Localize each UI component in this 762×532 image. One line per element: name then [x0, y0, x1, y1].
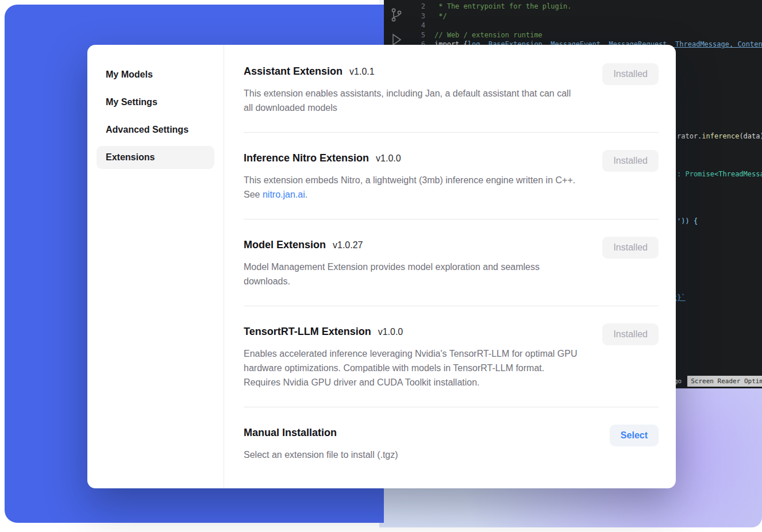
extension-version: v1.0.1 [349, 67, 375, 77]
manual-installation-title: Manual Installation [244, 425, 337, 441]
manual-installation-row: Manual Installation Select an extension … [244, 407, 659, 479]
extension-row-assistant: Assistant Extension v1.0.1 This extensio… [244, 62, 659, 132]
sidebar-item-my-settings[interactable]: My Settings [97, 91, 214, 114]
sidebar-item-advanced-settings[interactable]: Advanced Settings [97, 118, 214, 141]
code-line: 4 [411, 21, 762, 30]
code-line: 5 // Web / extension runtime [411, 30, 762, 40]
source-control-icon [390, 7, 403, 23]
code-fragment: : Promise<ThreadMessage> [677, 170, 762, 178]
code-text: // Web / extension runtime [434, 31, 542, 39]
code-text: */ [434, 12, 447, 20]
extension-version: v1.0.0 [378, 327, 403, 337]
extension-version: v1.0.27 [333, 240, 363, 250]
select-file-button[interactable]: Select [610, 425, 659, 446]
sidebar-item-my-models[interactable]: My Models [97, 63, 214, 86]
code-block: 2 * The entrypoint for the plugin. 3 */ … [411, 2, 762, 49]
code-line: 3 */ [411, 11, 762, 21]
extension-name: Inference Nitro Extension [244, 150, 369, 166]
extension-name: Model Extension [244, 237, 326, 253]
description-text: Enables accelerated inference leveraging… [244, 349, 578, 387]
code-fragment: ')) { [677, 217, 698, 225]
installed-button[interactable]: Installed [602, 237, 659, 259]
extension-row-nitro: Inference Nitro Extension v1.0.0 This ex… [244, 133, 659, 219]
settings-modal: My Models My Settings Advanced Settings … [87, 45, 676, 488]
extension-row-tensorrt: TensortRT-LLM Extension v1.0.0 Enables a… [244, 306, 659, 407]
description-text: This extension enables assistants, inclu… [244, 88, 571, 113]
installed-button[interactable]: Installed [602, 150, 659, 172]
sidebar-item-extensions[interactable]: Extensions [97, 146, 214, 169]
extension-version: v1.0.0 [376, 153, 401, 164]
extension-name: TensortRT-LLM Extension [244, 323, 371, 340]
settings-sidebar: My Models My Settings Advanced Settings … [87, 45, 224, 488]
line-number: 4 [411, 21, 425, 29]
extension-description: Model Management Extension provides mode… [244, 260, 580, 288]
extensions-panel: Assistant Extension v1.0.1 This extensio… [224, 45, 676, 488]
screen-reader-badge: Screen Reader Optimized [687, 376, 762, 387]
extension-description: Enables accelerated inference leveraging… [244, 346, 580, 390]
line-number: 5 [411, 31, 425, 39]
extension-name: Assistant Extension [244, 63, 342, 79]
description-text: . [305, 190, 307, 199]
code-line: 2 * The entrypoint for the plugin. [411, 2, 762, 11]
code-fragment: rator.inference(data)); [677, 132, 762, 140]
extension-row-model: Model Extension v1.0.27 Model Management… [244, 219, 659, 306]
code-text: rator. [677, 132, 702, 140]
installed-button[interactable]: Installed [602, 63, 659, 85]
extension-description: This extension enables assistants, inclu… [244, 86, 580, 115]
description-text: Model Management Extension provides mode… [244, 262, 540, 286]
line-number: 2 [411, 2, 425, 10]
nitro-jan-ai-link[interactable]: nitro.jan.ai [263, 190, 305, 199]
line-number: 3 [411, 12, 425, 20]
manual-installation-description: Select an extension file to install (.tg… [244, 448, 398, 462]
editor-statusbar: go Screen Reader Optimized [674, 375, 762, 387]
code-text: (data)); [739, 132, 762, 140]
installed-button[interactable]: Installed [602, 323, 659, 345]
code-text: inference [702, 132, 739, 140]
code-text: * The entrypoint for the plugin. [434, 2, 571, 10]
extension-description: This extension embeds Nitro, a lightweig… [244, 173, 580, 202]
